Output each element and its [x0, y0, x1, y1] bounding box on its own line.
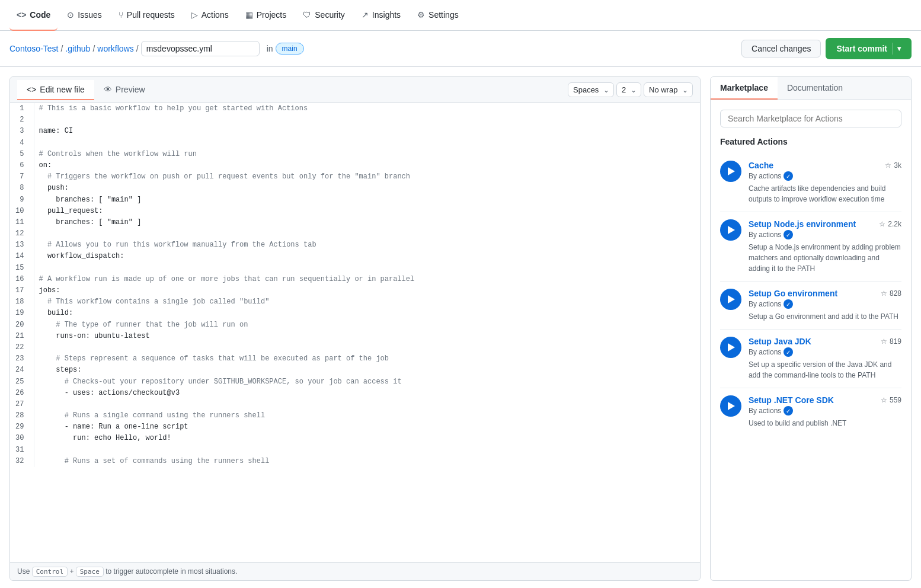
- tab-marketplace[interactable]: Marketplace: [711, 77, 778, 100]
- table-row: 9 branches: [ "main" ]: [10, 194, 700, 206]
- line-code: [34, 399, 700, 410]
- nav-issues[interactable]: ⊙ Issues: [60, 0, 108, 31]
- repo-link[interactable]: Contoso-Test: [9, 44, 58, 53]
- action-name[interactable]: Setup Node.js environment: [749, 219, 856, 229]
- spaces-select[interactable]: Spaces: [568, 82, 614, 97]
- main-content: <> Edit new file 👁 Preview Spaces 2: [0, 67, 921, 588]
- line-number: 3: [10, 126, 34, 137]
- action-info-setup-node: Setup Node.js environment ☆ 2.2k By acti…: [749, 219, 901, 274]
- nav-projects-label: Projects: [257, 10, 287, 20]
- line-code: on:: [34, 160, 700, 171]
- code-area[interactable]: 1# This is a basic workflow to help you …: [10, 103, 700, 562]
- marketplace-content: Featured Actions Cache ☆ 3k By actions ✓…: [711, 100, 911, 580]
- breadcrumb-bar: Contoso-Test / .github / workflows / in …: [0, 31, 921, 67]
- table-row: 30 run: echo Hello, world!: [10, 433, 700, 444]
- line-code: # Controls when the workflow will run: [34, 149, 700, 160]
- footer-plus: +: [69, 567, 73, 576]
- marketplace-search[interactable]: [720, 110, 901, 127]
- line-number: 11: [10, 217, 34, 228]
- marketplace-tabs: Marketplace Documentation: [711, 77, 911, 100]
- action-name[interactable]: Setup Java JDK: [749, 337, 811, 346]
- action-item-setup-node[interactable]: Setup Node.js environment ☆ 2.2k By acti…: [720, 212, 901, 282]
- nav-settings[interactable]: ⚙ Settings: [410, 0, 466, 31]
- nav-actions[interactable]: ▷ Actions: [184, 0, 236, 31]
- nav-code[interactable]: <> Code: [9, 0, 57, 31]
- play-icon: [728, 343, 735, 351]
- action-name[interactable]: Setup Go environment: [749, 289, 837, 298]
- line-code: runs-on: ubuntu-latest: [34, 331, 700, 342]
- indent-select[interactable]: 2: [616, 82, 641, 97]
- action-name-row: Setup Go environment ☆ 828: [749, 289, 901, 298]
- action-item-setup-java[interactable]: Setup Java JDK ☆ 819 By actions ✓ Set up…: [720, 330, 901, 388]
- line-number: 18: [10, 296, 34, 308]
- table-row: 10 pull_request:: [10, 206, 700, 217]
- github-dir-link[interactable]: .github: [65, 44, 90, 53]
- line-number: 14: [10, 251, 34, 262]
- action-by: By actions ✓: [749, 171, 901, 181]
- action-stars: ☆ 819: [881, 337, 901, 346]
- tab-preview[interactable]: 👁 Preview: [94, 80, 155, 100]
- action-name-row: Setup .NET Core SDK ☆ 559: [749, 395, 901, 405]
- commit-dropdown-arrow[interactable]: ▾: [897, 44, 901, 53]
- line-number: 29: [10, 421, 34, 433]
- top-nav: <> Code ⊙ Issues ⑂ Pull requests ▷ Actio…: [0, 0, 921, 31]
- line-code: name: CI: [34, 126, 700, 137]
- line-code: run: echo Hello, world!: [34, 433, 700, 444]
- play-icon: [728, 295, 735, 303]
- line-code: [34, 445, 700, 456]
- start-commit-label: Start commit: [836, 44, 887, 53]
- tab-documentation[interactable]: Documentation: [778, 77, 852, 100]
- sep3: /: [136, 44, 139, 53]
- line-number: 6: [10, 160, 34, 171]
- line-code: # Runs a set of commands using the runne…: [34, 456, 700, 467]
- table-row: 12: [10, 228, 700, 239]
- play-icon: [728, 402, 735, 410]
- action-name[interactable]: Setup .NET Core SDK: [749, 395, 834, 405]
- action-item-setup-dotnet[interactable]: Setup .NET Core SDK ☆ 559 By actions ✓ U…: [720, 388, 901, 436]
- sep2: /: [92, 44, 95, 53]
- settings-icon: ⚙: [417, 10, 425, 20]
- code-table: 1# This is a basic workflow to help you …: [10, 103, 700, 467]
- action-info-setup-java: Setup Java JDK ☆ 819 By actions ✓ Set up…: [749, 337, 901, 381]
- action-by: By actions ✓: [749, 406, 901, 416]
- line-number: 25: [10, 376, 34, 388]
- nav-code-label: Code: [30, 10, 50, 20]
- action-name[interactable]: Cache: [749, 161, 773, 170]
- table-row: 31: [10, 445, 700, 456]
- line-code: [34, 114, 700, 126]
- tab-edit-new-file[interactable]: <> Edit new file: [17, 80, 94, 100]
- breadcrumb-in-label: in: [267, 44, 273, 53]
- line-number: 32: [10, 456, 34, 467]
- nav-insights[interactable]: ↗ Insights: [354, 0, 408, 31]
- action-item-cache[interactable]: Cache ☆ 3k By actions ✓ Cache artifacts …: [720, 154, 901, 212]
- insights-icon: ↗: [362, 10, 369, 20]
- table-row: 11 branches: [ "main" ]: [10, 217, 700, 228]
- commit-divider: [892, 43, 893, 55]
- line-number: 4: [10, 138, 34, 149]
- line-number: 7: [10, 171, 34, 183]
- action-desc: Set up a specific version of the Java JD…: [749, 359, 901, 381]
- editor-header: <> Edit new file 👁 Preview Spaces 2: [10, 77, 700, 103]
- action-item-setup-go[interactable]: Setup Go environment ☆ 828 By actions ✓ …: [720, 282, 901, 330]
- workflows-dir-link[interactable]: workflows: [97, 44, 133, 53]
- table-row: 27: [10, 399, 700, 410]
- filename-input[interactable]: [141, 41, 260, 56]
- start-commit-button[interactable]: Start commit ▾: [826, 38, 912, 59]
- sep1: /: [60, 44, 63, 53]
- star-icon: ☆: [879, 220, 885, 228]
- action-info-setup-dotnet: Setup .NET Core SDK ☆ 559 By actions ✓ U…: [749, 395, 901, 429]
- nav-security[interactable]: 🛡 Security: [296, 0, 352, 31]
- table-row: 21 runs-on: ubuntu-latest: [10, 331, 700, 342]
- action-name-row: Setup Node.js environment ☆ 2.2k: [749, 219, 901, 229]
- editor-footer: Use Control + Space to trigger autocompl…: [10, 562, 700, 580]
- cancel-changes-button[interactable]: Cancel changes: [741, 40, 821, 57]
- nav-projects[interactable]: ▦ Projects: [238, 0, 294, 31]
- line-code: # Triggers the workflow on push or pull …: [34, 171, 700, 183]
- line-code: push:: [34, 183, 700, 194]
- table-row: 14 workflow_dispatch:: [10, 251, 700, 262]
- line-number: 26: [10, 388, 34, 399]
- nav-issues-label: Issues: [78, 10, 101, 20]
- nav-pull-requests[interactable]: ⑂ Pull requests: [111, 0, 182, 31]
- table-row: 17jobs:: [10, 285, 700, 296]
- wrap-select[interactable]: No wrap: [644, 82, 693, 97]
